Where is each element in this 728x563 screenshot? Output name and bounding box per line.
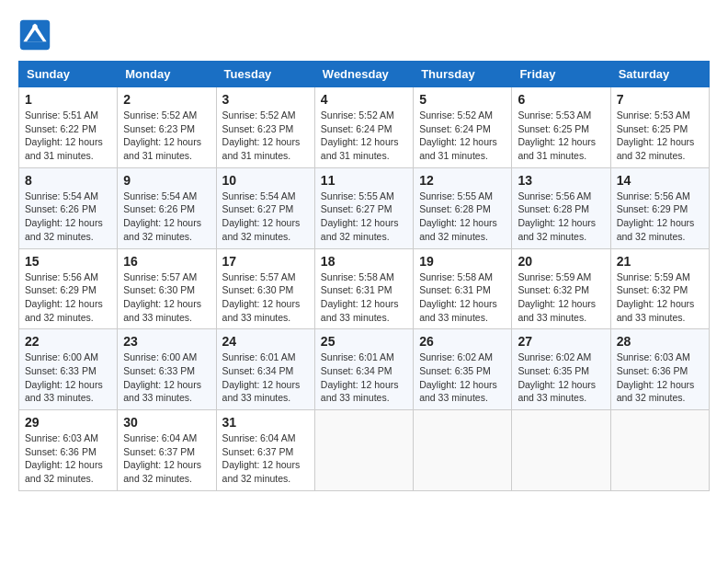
day-number: 28 — [617, 334, 703, 349]
calendar-day-4: 4 Sunrise: 5:52 AMSunset: 6:24 PMDayligh… — [314, 87, 413, 168]
day-number: 11 — [321, 173, 407, 188]
calendar-day-28: 28 Sunrise: 6:03 AMSunset: 6:36 PMDaylig… — [610, 329, 709, 410]
calendar-week-row: 15 Sunrise: 5:56 AMSunset: 6:29 PMDaylig… — [19, 248, 710, 329]
calendar-empty-cell — [414, 410, 512, 491]
calendar-day-29: 29 Sunrise: 6:03 AMSunset: 6:36 PMDaylig… — [19, 410, 118, 491]
day-number: 3 — [222, 92, 309, 107]
day-info: Sunrise: 5:56 AMSunset: 6:29 PMDaylight:… — [617, 190, 703, 244]
calendar-week-row: 1 Sunrise: 5:51 AMSunset: 6:22 PMDayligh… — [19, 87, 710, 168]
header-monday: Monday — [118, 62, 216, 87]
calendar-day-11: 11 Sunrise: 5:55 AMSunset: 6:27 PMDaylig… — [314, 167, 413, 248]
day-number: 20 — [518, 254, 604, 269]
calendar-day-16: 16 Sunrise: 5:57 AMSunset: 6:30 PMDaylig… — [118, 248, 216, 329]
day-number: 25 — [321, 334, 407, 349]
day-number: 17 — [222, 254, 309, 269]
day-info: Sunrise: 5:57 AMSunset: 6:30 PMDaylight:… — [222, 270, 309, 325]
day-info: Sunrise: 6:03 AMSunset: 6:36 PMDaylight:… — [25, 431, 111, 486]
calendar-week-row: 8 Sunrise: 5:54 AMSunset: 6:26 PMDayligh… — [19, 167, 710, 248]
calendar-day-30: 30 Sunrise: 6:04 AMSunset: 6:37 PMDaylig… — [118, 410, 216, 491]
calendar-day-9: 9 Sunrise: 5:54 AMSunset: 6:26 PMDayligh… — [118, 167, 216, 248]
logo-icon — [18, 18, 51, 52]
day-info: Sunrise: 5:52 AMSunset: 6:23 PMDaylight:… — [123, 109, 210, 163]
calendar-empty-cell — [314, 410, 413, 491]
day-info: Sunrise: 6:00 AMSunset: 6:33 PMDaylight:… — [123, 350, 210, 405]
calendar-day-22: 22 Sunrise: 6:00 AMSunset: 6:33 PMDaylig… — [19, 329, 118, 410]
day-number: 14 — [617, 173, 703, 188]
day-info: Sunrise: 5:52 AMSunset: 6:24 PMDaylight:… — [321, 109, 407, 163]
svg-point-3 — [32, 24, 37, 29]
day-info: Sunrise: 5:56 AMSunset: 6:28 PMDaylight:… — [518, 190, 604, 244]
calendar-day-23: 23 Sunrise: 6:00 AMSunset: 6:33 PMDaylig… — [118, 329, 216, 410]
day-number: 19 — [419, 254, 506, 269]
calendar-day-26: 26 Sunrise: 6:02 AMSunset: 6:35 PMDaylig… — [414, 329, 512, 410]
calendar-day-13: 13 Sunrise: 5:56 AMSunset: 6:28 PMDaylig… — [512, 167, 610, 248]
day-info: Sunrise: 5:52 AMSunset: 6:24 PMDaylight:… — [419, 109, 506, 163]
calendar-week-row: 22 Sunrise: 6:00 AMSunset: 6:33 PMDaylig… — [19, 329, 710, 410]
calendar-empty-cell — [610, 410, 709, 491]
day-info: Sunrise: 6:01 AMSunset: 6:34 PMDaylight:… — [222, 350, 309, 405]
calendar-empty-cell — [512, 410, 610, 491]
day-info: Sunrise: 5:53 AMSunset: 6:25 PMDaylight:… — [518, 109, 604, 163]
day-number: 8 — [25, 173, 111, 188]
day-info: Sunrise: 5:58 AMSunset: 6:31 PMDaylight:… — [321, 270, 407, 325]
day-info: Sunrise: 5:56 AMSunset: 6:29 PMDaylight:… — [25, 270, 111, 325]
calendar-week-row: 29 Sunrise: 6:03 AMSunset: 6:36 PMDaylig… — [19, 410, 710, 491]
day-info: Sunrise: 5:59 AMSunset: 6:32 PMDaylight:… — [617, 270, 703, 325]
logo — [18, 18, 57, 52]
calendar-day-19: 19 Sunrise: 5:58 AMSunset: 6:31 PMDaylig… — [414, 248, 512, 329]
calendar-day-25: 25 Sunrise: 6:01 AMSunset: 6:34 PMDaylig… — [314, 329, 413, 410]
calendar-day-27: 27 Sunrise: 6:02 AMSunset: 6:35 PMDaylig… — [512, 329, 610, 410]
day-number: 4 — [321, 92, 407, 107]
calendar-day-20: 20 Sunrise: 5:59 AMSunset: 6:32 PMDaylig… — [512, 248, 610, 329]
header-tuesday: Tuesday — [216, 62, 314, 87]
calendar-day-5: 5 Sunrise: 5:52 AMSunset: 6:24 PMDayligh… — [414, 87, 512, 168]
day-number: 29 — [25, 415, 111, 430]
day-number: 16 — [123, 254, 210, 269]
day-number: 15 — [25, 254, 111, 269]
day-number: 26 — [419, 334, 506, 349]
day-number: 7 — [617, 92, 703, 107]
header-saturday: Saturday — [610, 62, 709, 87]
day-number: 1 — [25, 92, 111, 107]
day-info: Sunrise: 5:52 AMSunset: 6:23 PMDaylight:… — [222, 109, 309, 163]
day-number: 27 — [518, 334, 604, 349]
day-number: 22 — [25, 334, 111, 349]
calendar-day-18: 18 Sunrise: 5:58 AMSunset: 6:31 PMDaylig… — [314, 248, 413, 329]
calendar-table: SundayMondayTuesdayWednesdayThursdayFrid… — [18, 61, 710, 491]
calendar-header-row: SundayMondayTuesdayWednesdayThursdayFrid… — [19, 62, 710, 87]
day-info: Sunrise: 5:53 AMSunset: 6:25 PMDaylight:… — [617, 109, 703, 163]
day-number: 24 — [222, 334, 309, 349]
calendar-day-3: 3 Sunrise: 5:52 AMSunset: 6:23 PMDayligh… — [216, 87, 314, 168]
day-number: 21 — [617, 254, 703, 269]
day-info: Sunrise: 5:54 AMSunset: 6:26 PMDaylight:… — [123, 190, 210, 244]
calendar-day-24: 24 Sunrise: 6:01 AMSunset: 6:34 PMDaylig… — [216, 329, 314, 410]
day-number: 31 — [222, 415, 309, 430]
day-info: Sunrise: 6:04 AMSunset: 6:37 PMDaylight:… — [222, 431, 309, 486]
day-info: Sunrise: 5:54 AMSunset: 6:27 PMDaylight:… — [222, 190, 309, 244]
day-info: Sunrise: 6:02 AMSunset: 6:35 PMDaylight:… — [518, 350, 604, 405]
calendar-day-14: 14 Sunrise: 5:56 AMSunset: 6:29 PMDaylig… — [610, 167, 709, 248]
calendar-day-6: 6 Sunrise: 5:53 AMSunset: 6:25 PMDayligh… — [512, 87, 610, 168]
day-number: 23 — [123, 334, 210, 349]
day-info: Sunrise: 5:51 AMSunset: 6:22 PMDaylight:… — [25, 109, 111, 163]
day-number: 6 — [518, 92, 604, 107]
day-number: 9 — [123, 173, 210, 188]
calendar-day-15: 15 Sunrise: 5:56 AMSunset: 6:29 PMDaylig… — [19, 248, 118, 329]
calendar-day-17: 17 Sunrise: 5:57 AMSunset: 6:30 PMDaylig… — [216, 248, 314, 329]
calendar-day-10: 10 Sunrise: 5:54 AMSunset: 6:27 PMDaylig… — [216, 167, 314, 248]
day-number: 10 — [222, 173, 309, 188]
day-info: Sunrise: 6:04 AMSunset: 6:37 PMDaylight:… — [123, 431, 210, 486]
day-info: Sunrise: 6:03 AMSunset: 6:36 PMDaylight:… — [617, 350, 703, 405]
calendar-day-1: 1 Sunrise: 5:51 AMSunset: 6:22 PMDayligh… — [19, 87, 118, 168]
day-info: Sunrise: 5:59 AMSunset: 6:32 PMDaylight:… — [518, 270, 604, 325]
day-info: Sunrise: 5:55 AMSunset: 6:28 PMDaylight:… — [419, 190, 506, 244]
day-info: Sunrise: 6:00 AMSunset: 6:33 PMDaylight:… — [25, 350, 111, 405]
calendar-day-21: 21 Sunrise: 5:59 AMSunset: 6:32 PMDaylig… — [610, 248, 709, 329]
header-sunday: Sunday — [19, 62, 118, 87]
day-info: Sunrise: 5:54 AMSunset: 6:26 PMDaylight:… — [25, 190, 111, 244]
calendar-day-8: 8 Sunrise: 5:54 AMSunset: 6:26 PMDayligh… — [19, 167, 118, 248]
day-number: 12 — [419, 173, 506, 188]
calendar-day-7: 7 Sunrise: 5:53 AMSunset: 6:25 PMDayligh… — [610, 87, 709, 168]
header-wednesday: Wednesday — [314, 62, 413, 87]
calendar-day-2: 2 Sunrise: 5:52 AMSunset: 6:23 PMDayligh… — [118, 87, 216, 168]
